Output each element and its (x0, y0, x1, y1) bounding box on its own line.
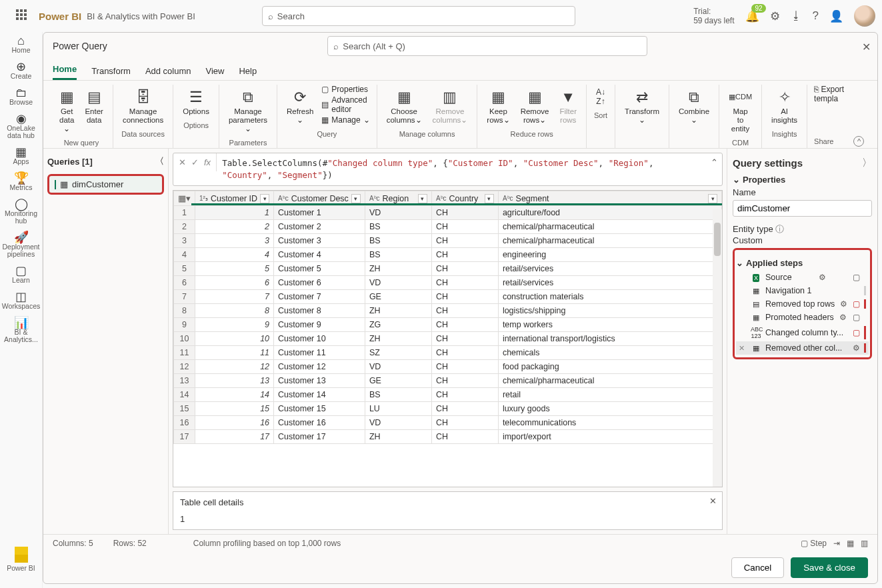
cancel-formula-icon[interactable]: ✕ (179, 157, 186, 167)
global-search-input[interactable]: ⌕ Search (262, 6, 575, 26)
account-manager-icon[interactable]: 👤 (829, 9, 843, 23)
col-customer-desc[interactable]: AᵇcCustomer Desc▾ (274, 191, 365, 206)
settings-icon[interactable]: ⚙ (770, 9, 780, 23)
ai-insights-button[interactable]: ✧AI insights (769, 85, 800, 127)
step-removed-other-columns[interactable]: ✕▦Removed other col...⚙ (736, 341, 869, 355)
info-icon[interactable]: ⓘ (775, 224, 784, 234)
col-segment[interactable]: AᵇcSegment▾ (498, 191, 721, 206)
sort-button[interactable]: A↓Z↑ (593, 85, 608, 109)
step-promoted-headers[interactable]: ▦Promoted headers⚙▢ (736, 311, 869, 324)
refresh-button[interactable]: ⟳Refresh⌄ (284, 85, 316, 127)
collapse-queries-icon[interactable]: 〈 (155, 155, 164, 167)
pq-search-input[interactable]: ⌕ Search (Alt + Q) (327, 36, 647, 56)
manage-parameters-button[interactable]: ⧉Manage parameters ⌄ (226, 85, 270, 136)
table-row[interactable]: 10 10 Customer 10 ZH CH international tr… (174, 332, 722, 346)
step-source[interactable]: XSource⚙▢ (736, 271, 869, 284)
download-icon[interactable]: ⭳ (791, 9, 802, 23)
close-details-icon[interactable]: ✕ (709, 496, 717, 506)
table-row[interactable]: 12 12 Customer 12 VD CH food packaging (174, 360, 722, 374)
delete-step-icon[interactable]: ✕ (739, 344, 747, 353)
expand-formula-icon[interactable]: ⌃ (707, 153, 722, 171)
step-view-button[interactable]: ▢ Step (801, 539, 827, 548)
nav-monitoring[interactable]: ◯Monitoring hub (0, 201, 42, 225)
map-to-entity-button[interactable]: ▦CDMMap to entity (726, 85, 755, 136)
formula-bar[interactable]: ✕ ✓ fx Table.SelectColumns(#"Changed col… (173, 153, 723, 186)
table-row[interactable]: 15 15 Customer 15 LU CH luxury goods (174, 402, 722, 416)
table-row[interactable]: 9 9 Customer 9 ZG CH temp workers (174, 318, 722, 332)
grid-view-icon[interactable]: ▦ (847, 539, 854, 548)
commit-formula-icon[interactable]: ✓ (191, 157, 199, 167)
table-row[interactable]: 2 2 Customer 2 BS CH chemical/pharmaceut… (174, 220, 722, 234)
filter-dropdown-icon[interactable]: ▾ (260, 194, 269, 203)
transform-button[interactable]: ⇄Transform⌄ (622, 85, 662, 127)
query-name-input[interactable] (733, 200, 872, 217)
table-row[interactable]: 13 13 Customer 13 GE CH chemical/pharmac… (174, 374, 722, 388)
data-grid[interactable]: ▦▾ 1²₃Customer ID▾ AᵇcCustomer Desc▾ Aᵇc… (173, 190, 723, 487)
manage-connections-button[interactable]: 🗄Manage connections (120, 85, 166, 127)
step-options-icon[interactable]: ▢ (853, 313, 860, 322)
table-row[interactable]: 14 14 Customer 14 BS CH retail (174, 388, 722, 402)
filter-dropdown-icon[interactable]: ▾ (418, 194, 427, 203)
app-launcher-icon[interactable] (16, 9, 29, 23)
close-button[interactable]: ✕ (862, 41, 871, 53)
nav-bi-analytics[interactable]: 📊BI & Analytics... (0, 319, 42, 343)
table-row[interactable]: 16 16 Customer 16 VD CH telecommunicatio… (174, 416, 722, 430)
keep-rows-button[interactable]: ▦Keep rows⌄ (484, 85, 512, 127)
get-data-button[interactable]: ▦Get data ⌄ (57, 85, 77, 136)
properties-button[interactable]: ▢Properties (321, 85, 369, 94)
diagram-view-icon[interactable]: ⇥ (833, 539, 840, 548)
enter-data-button[interactable]: ▤Enter data (82, 85, 106, 127)
nav-pipelines[interactable]: 🚀Deployment pipelines (0, 234, 42, 258)
expand-settings-icon[interactable]: 〉 (862, 157, 872, 169)
nav-metrics[interactable]: 🏆Metrics (0, 175, 42, 191)
collapse-ribbon-icon[interactable]: ^ (853, 136, 864, 147)
col-region[interactable]: AᵇcRegion▾ (365, 191, 431, 206)
step-options-icon[interactable]: ▢ (853, 299, 860, 309)
export-template-button[interactable]: ⎘ Export templa (814, 85, 864, 103)
schema-view-icon[interactable]: ▥ (861, 539, 868, 548)
table-row[interactable]: 4 4 Customer 4 BS CH engineering (174, 248, 722, 262)
gear-icon[interactable]: ⚙ (853, 343, 860, 353)
table-row[interactable]: 3 3 Customer 3 BS CH chemical/pharmaceut… (174, 234, 722, 248)
nav-onelake[interactable]: ◉OneLake data hub (0, 115, 42, 139)
tab-home[interactable]: Home (53, 60, 77, 80)
nav-home[interactable]: ⌂Home (0, 37, 42, 54)
save-close-button[interactable]: Save & close (791, 557, 868, 578)
notifications-icon[interactable]: 🔔92 (745, 9, 759, 23)
tab-add-column[interactable]: Add column (145, 62, 191, 80)
help-icon[interactable]: ? (813, 9, 819, 23)
choose-columns-button[interactable]: ▦Choose columns⌄ (384, 85, 425, 127)
col-country[interactable]: AᵇcCountry▾ (431, 191, 498, 206)
manage-button[interactable]: ▦Manage ⌄ (321, 115, 369, 125)
cancel-button[interactable]: Cancel (731, 557, 785, 578)
tab-help[interactable]: Help (239, 62, 257, 80)
options-button[interactable]: ☰Options (180, 85, 212, 119)
nav-workspaces[interactable]: ◫Workspaces (0, 293, 42, 310)
col-customer-id[interactable]: 1²₃Customer ID▾ (195, 191, 274, 206)
table-row[interactable]: 5 5 Customer 5 ZH CH retail/services (174, 262, 722, 276)
filter-dropdown-icon[interactable]: ▾ (708, 194, 717, 203)
gear-icon[interactable]: ⚙ (819, 273, 826, 282)
nav-apps[interactable]: ▦Apps (0, 149, 42, 165)
table-row[interactable]: 7 7 Customer 7 GE CH construction materi… (174, 290, 722, 304)
nav-create[interactable]: ⊕Create (0, 63, 42, 80)
user-avatar[interactable] (854, 5, 875, 27)
nav-powerbi[interactable]: Power BI (0, 547, 42, 572)
table-row[interactable]: 17 17 Customer 17 ZH CH import/export (174, 430, 722, 444)
tab-view[interactable]: View (206, 62, 225, 80)
applied-steps-section[interactable]: ⌄Applied steps (736, 258, 869, 268)
advanced-editor-button[interactable]: ▤Advanced editor (321, 95, 369, 114)
gear-icon[interactable]: ⚙ (839, 313, 847, 322)
filter-dropdown-icon[interactable]: ▾ (351, 194, 361, 203)
table-row[interactable]: 6 6 Customer 6 VD CH retail/services (174, 276, 722, 290)
query-item-dimcustomer[interactable]: ▦ dimCustomer (47, 174, 164, 195)
properties-section[interactable]: ⌄Properties (733, 175, 872, 185)
combine-button[interactable]: ⧉Combine⌄ (676, 85, 712, 127)
step-options-icon[interactable]: ▢ (853, 328, 860, 337)
step-removed-top-rows[interactable]: ▤Removed top rows⚙▢ (736, 297, 869, 311)
vertical-scrollbar[interactable] (713, 209, 722, 487)
remove-rows-button[interactable]: ▦Remove rows⌄ (518, 85, 552, 127)
remove-columns-button[interactable]: ▥Remove columns⌄ (430, 85, 471, 127)
nav-learn[interactable]: ▢Learn (0, 267, 42, 284)
step-options-icon[interactable]: ▢ (853, 273, 860, 282)
